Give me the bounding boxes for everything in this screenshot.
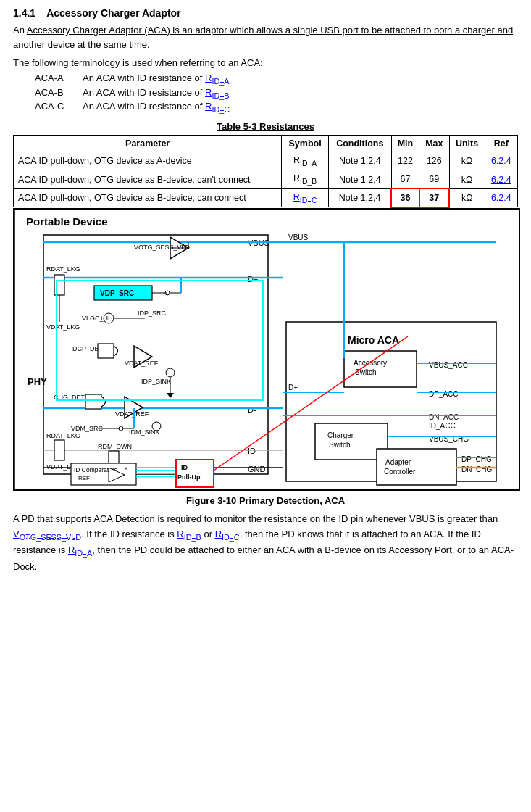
- adapter-ctrl-l1: Adapter: [385, 458, 411, 466]
- bullet-item-acac: ACA-C An ACA with ID resistance of RID_C: [35, 101, 518, 114]
- cell-symbol-1: RID_A: [282, 152, 329, 170]
- cell-ref-3[interactable]: 6.2.4: [485, 188, 517, 207]
- vdp-src-label: VDP_SRC: [100, 289, 134, 297]
- col-header-min: Min: [391, 135, 419, 152]
- id-acc: ID_ACC: [429, 422, 456, 430]
- idm-sink: IDM_SINK: [129, 428, 160, 436]
- figure-caption-text: Figure 3-10 Primary Detection, ACA: [186, 495, 345, 506]
- dp-label: D+: [248, 275, 258, 283]
- micro-aca-label: Micro ACA: [348, 334, 399, 346]
- table-title: Table 5-3 Resistances: [13, 121, 518, 132]
- col-header-conditions: Conditions: [328, 135, 391, 152]
- cell-symbol-2: RID_B: [282, 170, 329, 189]
- vlgc-hi-label: VLGC_HI: [82, 315, 110, 322]
- cell-ref-2[interactable]: 6.2.4: [485, 170, 517, 189]
- figure-caption: Figure 3-10 Primary Detection, ACA: [13, 495, 518, 506]
- cell-param-2: ACA ID pull-down, OTG device as B-device…: [14, 170, 282, 189]
- col-header-ref: Ref: [485, 135, 517, 152]
- ref-label: REF: [78, 475, 90, 481]
- charger-switch-l1: Charger: [327, 431, 354, 439]
- dn-acc: DN_ACC: [429, 413, 459, 421]
- bullet-code-acab: ACA-B: [35, 87, 71, 98]
- terminology-text: The following terminology is used when r…: [13, 57, 518, 68]
- dm-label: D-: [248, 405, 256, 414]
- bullet-item-acab: ACA-B An ACA with ID resistance of RID_B: [35, 87, 518, 100]
- intro-paragraph: An Accessory Charger Adaptor (ACA) is an…: [13, 23, 518, 51]
- table-row: ACA ID pull-down, OTG device as B-device…: [14, 170, 518, 189]
- svg-rect-50: [377, 449, 456, 485]
- bullet-code-acac: ACA-C: [35, 101, 71, 112]
- svg-point-22: [166, 368, 175, 377]
- bullet-desc-acab: An ACA with ID resistance of RID_B: [83, 87, 518, 100]
- vdat-ref-1: VDAT_REF: [125, 360, 159, 367]
- rdat-lkg-1: RDAT_LKG: [46, 265, 80, 273]
- rdat-lkg-2: RDAT_LKG: [46, 432, 80, 439]
- dp-acc: DP_ACC: [429, 390, 459, 398]
- id-pullup-label1: ID: [181, 464, 188, 471]
- col-header-max: Max: [419, 135, 449, 152]
- rid-a-footer-link[interactable]: RID_A: [68, 544, 92, 555]
- footer-text: A PD that supports ACA Detection is requ…: [13, 512, 518, 575]
- cell-param-3: ACA ID pull-down, OTG device as B-device…: [14, 188, 282, 207]
- rid-a-link[interactable]: RID_A: [205, 72, 229, 83]
- charger-switch-l2: Switch: [329, 441, 350, 449]
- rid-c-footer-link[interactable]: RID_C: [215, 529, 240, 539]
- cell-units-1: kΩ: [449, 152, 485, 170]
- vdat-lkg-1: VDAT_LKG: [46, 323, 80, 331]
- cell-max-1: 126: [419, 152, 449, 170]
- intro-highlight: Accessory Charger Adaptor (ACA) is an ad…: [13, 25, 513, 50]
- cell-max-3: 37: [419, 188, 449, 207]
- col-header-symbol: Symbol: [282, 135, 329, 152]
- dp-label-conn: D+: [288, 384, 298, 392]
- idp-sink: IDP_SINK: [141, 378, 171, 385]
- cell-param-1: ACA ID pull-down, OTG device as A-device: [14, 152, 282, 170]
- section-title: 1.4.1 Accessory Charger Adaptor: [13, 7, 518, 19]
- cell-min-1: 122: [391, 152, 419, 170]
- vbus-conn: VBUS: [288, 233, 309, 241]
- votg-sess-vld-link[interactable]: VOTG_SESS_VLD: [13, 529, 81, 539]
- bullet-code-acaa: ACA-A: [35, 72, 71, 83]
- cell-conditions-3: Note 1,2,4: [328, 188, 391, 207]
- page-container: 1.4.1 Accessory Charger Adaptor An Acces…: [0, 0, 531, 582]
- section-heading: Accessory Charger Adaptor: [46, 7, 180, 19]
- table-row: ACA ID pull-down, OTG device as A-device…: [14, 152, 518, 170]
- cell-conditions-1: Note 1,2,4: [328, 152, 391, 170]
- vbus-acc: VBUS_ACC: [429, 361, 468, 369]
- votg-label: VOTG_SESS_VLD: [134, 244, 191, 251]
- gnd-label: GND: [248, 465, 266, 473]
- rdm-dwn: RDM_DWN: [98, 443, 132, 450]
- bullet-desc-acac: An ACA with ID resistance of RID_C: [83, 101, 518, 114]
- portable-device-label: Portable Device: [26, 215, 108, 228]
- svg-rect-26: [85, 394, 101, 409]
- table-row: ACA ID pull-down, OTG device as B-device…: [14, 188, 518, 207]
- col-header-parameter: Parameter: [14, 135, 282, 152]
- adapter-ctrl-l2: Controller: [384, 468, 416, 476]
- bullet-item-acaa: ACA-A An ACA with ID resistance of RID_A: [35, 72, 518, 86]
- cell-units-3: kΩ: [449, 188, 485, 207]
- rid-b-footer-link[interactable]: RID_B: [177, 529, 201, 539]
- diagram-container: Portable Device PHY VBUS D+ D- ID GND: [13, 208, 520, 491]
- dn-chg: DN_CHG: [461, 465, 492, 473]
- cell-conditions-2: Note 1,2,4: [328, 170, 391, 189]
- circuit-diagram: Portable Device PHY VBUS D+ D- ID GND: [14, 210, 520, 491]
- phy-label: PHY: [28, 376, 47, 387]
- accessory-switch-l2: Switch: [355, 368, 376, 376]
- dp-chg: DP_CHG: [461, 455, 492, 463]
- vdat-ref-2: VDAT_REF: [115, 410, 149, 418]
- cell-symbol-3: RID_C: [282, 188, 329, 207]
- col-header-units: Units: [449, 135, 485, 152]
- bullet-desc-acaa: An ACA with ID resistance of RID_A: [83, 72, 518, 86]
- id-label: ID: [248, 447, 256, 455]
- cell-ref-1[interactable]: 6.2.4: [485, 152, 517, 170]
- svg-rect-33: [54, 440, 64, 460]
- section-number: 1.4.1: [13, 7, 35, 19]
- id-pullup-label2: Pull-Up: [177, 473, 201, 481]
- cell-max-2: 69: [419, 170, 449, 189]
- rid-b-link[interactable]: RID_B: [205, 87, 229, 98]
- rid-c-link[interactable]: RID_C: [205, 101, 230, 112]
- cell-min-2: 67: [391, 170, 419, 189]
- svg-rect-20: [98, 344, 114, 358]
- resistance-table: Parameter Symbol Conditions Min Max Unit…: [13, 135, 518, 208]
- idp-src-label: IDP_SRC: [138, 310, 167, 317]
- cell-min-3: 36: [391, 188, 419, 207]
